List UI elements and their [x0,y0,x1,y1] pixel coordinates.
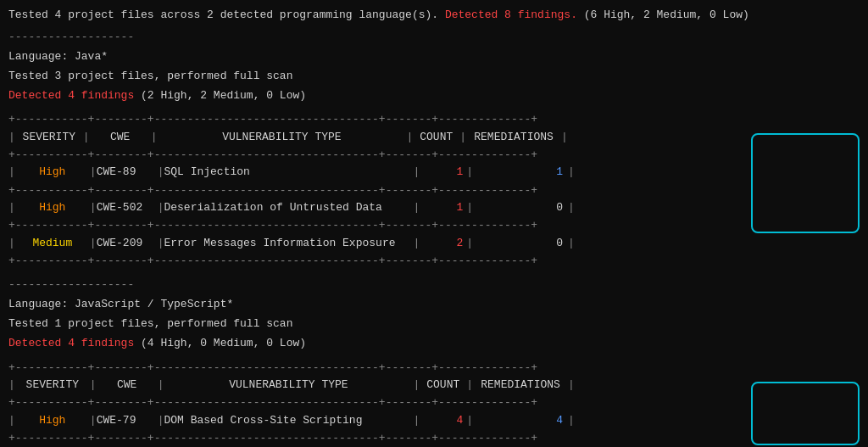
count-cell: 2 [420,234,466,253]
java-row1-border: +-----------+--------+------------------… [8,182,860,199]
remediation-cell: 1 [473,163,568,182]
cwe-cell: CWE-209 [97,234,158,253]
java-tested: Tested 3 project files, performed full s… [8,68,860,86]
severity-cell: High [15,198,90,217]
severity-cell: High [15,411,90,430]
java-findings: Detected 4 findings (2 High, 2 Medium, 0… [8,87,860,105]
java-divider: ------------------- [8,30,860,45]
count-cell: 1 [420,198,466,217]
js-table-bottom-border: +-----------+--------+------------------… [8,430,860,447]
cwe-cell: CWE-502 [97,198,158,217]
severity-cell: High [15,163,90,182]
js-findings: Detected 4 findings (4 High, 0 Medium, 0… [8,335,860,353]
js-table-header-row: | SEVERITY | CWE | VULNERABILITY TYPE | … [8,376,860,394]
remediation-cell: 4 [473,411,568,430]
js-table: +-----------+--------+------------------… [8,360,860,447]
vuln-cell: DOM Based Cross-Site Scripting [164,411,413,430]
java-table: +-----------+--------+------------------… [8,111,860,269]
js-detected-label: Detected 4 findings [8,337,134,349]
summary-line: Tested 4 project files across 2 detected… [8,7,860,25]
js-tested: Tested 1 project files, performed full s… [8,316,860,333]
table-row: | High | CWE-502 | Deserialization of Un… [8,198,860,217]
vuln-cell: Deserialization of Untrusted Data [164,198,413,217]
java-table-header-row: | SEVERITY | CWE | VULNERABILITY TYPE | … [8,128,860,147]
javascript-section: ------------------- Language: JavaScript… [8,277,860,446]
summary-prefix: Tested 4 project files across 2 detected… [8,8,438,21]
java-row2-border: +-----------+--------+------------------… [8,217,860,234]
js-table-top-border: +-----------+--------+------------------… [8,360,860,377]
java-table-bottom-border: +-----------+--------+------------------… [8,253,860,270]
java-table-header-border: +-----------+--------+------------------… [8,147,860,164]
severity-cell: Medium [15,234,90,253]
java-section: ------------------- Language: Java* Test… [8,30,860,269]
js-findings-detail: (4 High, 0 Medium, 0 Low) [141,337,306,349]
js-divider: ------------------- [8,277,860,293]
cwe-cell: CWE-89 [97,163,158,182]
java-language: Language: Java* [8,48,860,66]
java-findings-detail: (2 High, 2 Medium, 0 Low) [141,89,306,102]
count-cell: 1 [420,163,466,182]
remediation-cell: 0 [473,234,568,253]
table-row: | Medium | CWE-209 | Error Messages Info… [8,234,860,253]
js-table-header-border: +-----------+--------+------------------… [8,394,860,411]
java-table-top-border: +-----------+--------+------------------… [8,111,860,128]
terminal-output: Tested 4 project files across 2 detected… [8,7,860,447]
cwe-cell: CWE-79 [97,411,158,430]
summary-detected: Detected 8 findings. [445,8,577,21]
js-language: Language: JavaScript / TypeScript* [8,296,860,314]
java-detected-label: Detected 4 findings [8,89,134,102]
summary-suffix: (6 High, 2 Medium, 0 Low) [584,8,749,21]
vuln-cell: SQL Injection [164,163,413,182]
table-row: | High | CWE-79 | DOM Based Cross-Site S… [8,411,860,430]
vuln-cell: Error Messages Information Exposure [164,234,413,253]
remediation-cell: 0 [473,198,568,217]
count-cell: 4 [420,411,466,430]
table-row: | High | CWE-89 | SQL Injection | 1 | 1 … [8,163,860,182]
